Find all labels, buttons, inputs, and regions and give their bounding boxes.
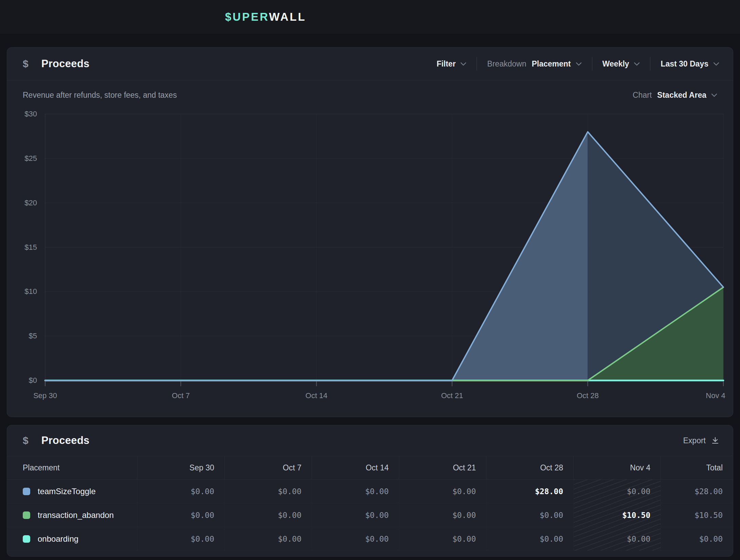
chart-type-label: Chart bbox=[633, 91, 652, 100]
value-cell: $0.00 bbox=[137, 527, 224, 550]
value-cell: $0.00 bbox=[399, 503, 486, 527]
table-card-header: $ Proceeds Export bbox=[7, 425, 733, 456]
table-card-title: Proceeds bbox=[41, 434, 90, 447]
column-header: Nov 4 bbox=[573, 456, 661, 479]
value-cell: $0.00 bbox=[399, 480, 486, 503]
chart-type-dropdown[interactable]: Chart Stacked Area bbox=[633, 91, 717, 100]
value-cell: $0.00 bbox=[224, 527, 312, 550]
table-row[interactable]: teamSizeToggle$0.00$0.00$0.00$0.00$28.00… bbox=[7, 480, 733, 503]
placement-name: onboarding bbox=[38, 534, 78, 544]
placement-name: transaction_abandon bbox=[38, 510, 114, 520]
table-header-row: PlacementSep 30Oct 7Oct 14Oct 21Oct 28No… bbox=[7, 456, 733, 480]
value-cell: $0.00 bbox=[312, 503, 399, 527]
x-axis-label: Oct 14 bbox=[306, 391, 328, 400]
chart-subheader: Revenue after refunds, store fees, and t… bbox=[7, 91, 733, 100]
placement-cell: teamSizeToggle bbox=[7, 480, 137, 503]
y-axis-label: $0 bbox=[7, 377, 37, 384]
download-icon bbox=[711, 436, 719, 445]
dollar-icon: $ bbox=[23, 435, 29, 446]
area-teamSizeToggle bbox=[452, 132, 588, 380]
value-cell: $0.00 bbox=[486, 527, 573, 550]
y-axis-label: $10 bbox=[7, 288, 37, 295]
line-transaction_abandon bbox=[45, 287, 723, 380]
legend-swatch-icon bbox=[23, 511, 30, 519]
value-cell: $0.00 bbox=[312, 527, 399, 550]
stacked-area-chart: $0$5$10$15$20$25$30 Sep 30Oct 7Oct 14Oct… bbox=[7, 48, 733, 417]
value-cell: $0.00 bbox=[137, 503, 224, 527]
superwall-logo: $UPERWALL bbox=[225, 11, 306, 23]
value-cell: $10.50 bbox=[661, 503, 733, 527]
legend-swatch-icon bbox=[23, 535, 30, 543]
value-cell: $0.00 bbox=[573, 527, 661, 550]
chevron-down-icon bbox=[576, 62, 582, 66]
y-axis-label: $30 bbox=[7, 110, 37, 118]
export-label: Export bbox=[683, 436, 706, 445]
chart-controls: Filter Breakdown Placement Weekly Last 3… bbox=[426, 57, 719, 71]
x-axis-label: Sep 30 bbox=[33, 391, 57, 400]
table-body: teamSizeToggle$0.00$0.00$0.00$0.00$28.00… bbox=[7, 480, 733, 551]
chart-subtitle: Revenue after refunds, store fees, and t… bbox=[23, 91, 177, 100]
y-axis-label: $25 bbox=[7, 155, 37, 162]
chevron-down-icon bbox=[634, 62, 640, 66]
x-axis-label: Nov 4 bbox=[706, 391, 725, 400]
interval-dropdown[interactable]: Weekly bbox=[592, 59, 650, 69]
column-header: Total bbox=[661, 456, 733, 479]
chart-card-title: Proceeds bbox=[41, 58, 90, 70]
column-header: Oct 14 bbox=[312, 456, 399, 479]
value-cell: $0.00 bbox=[137, 480, 224, 503]
legend-swatch-icon bbox=[23, 488, 30, 495]
value-cell: $0.00 bbox=[486, 503, 573, 527]
value-cell: $10.50 bbox=[573, 503, 661, 527]
range-value: Last 30 Days bbox=[661, 59, 708, 69]
area-transaction_abandon bbox=[588, 287, 723, 380]
table-row[interactable]: transaction_abandon$0.00$0.00$0.00$0.00$… bbox=[7, 503, 733, 527]
chart-canvas bbox=[7, 48, 733, 417]
top-bar: $UPERWALL bbox=[0, 0, 740, 34]
value-cell: $28.00 bbox=[486, 480, 573, 503]
column-header: Oct 28 bbox=[486, 456, 573, 479]
y-axis-label: $20 bbox=[7, 199, 37, 207]
column-header: Sep 30 bbox=[137, 456, 224, 479]
y-axis-label: $15 bbox=[7, 244, 37, 251]
value-cell: $0.00 bbox=[573, 480, 661, 503]
x-axis-label: Oct 28 bbox=[577, 391, 599, 400]
chart-type-value: Stacked Area bbox=[657, 91, 706, 100]
breakdown-value: Placement bbox=[532, 59, 571, 69]
value-cell: $0.00 bbox=[224, 480, 312, 503]
column-header: Oct 21 bbox=[399, 456, 486, 479]
breakdown-dropdown[interactable]: Breakdown Placement bbox=[477, 59, 592, 69]
date-range-dropdown[interactable]: Last 30 Days bbox=[650, 59, 719, 69]
chevron-down-icon bbox=[460, 62, 466, 66]
placement-cell: transaction_abandon bbox=[7, 503, 137, 527]
placement-cell: onboarding bbox=[7, 527, 137, 550]
chevron-down-icon bbox=[711, 93, 717, 97]
breakdown-label: Breakdown bbox=[487, 59, 526, 69]
column-header: Oct 7 bbox=[224, 456, 312, 479]
proceeds-table-card: $ Proceeds Export PlacementSep 30Oct 7Oc… bbox=[7, 425, 733, 557]
filter-dropdown[interactable]: Filter bbox=[426, 59, 477, 69]
chart-card-header: $ Proceeds Filter Breakdown Placement We… bbox=[7, 48, 733, 80]
area-teamSizeToggle bbox=[588, 132, 723, 380]
value-cell: $0.00 bbox=[661, 527, 733, 550]
filter-label: Filter bbox=[437, 59, 456, 69]
line-teamSizeToggle bbox=[45, 132, 723, 380]
placement-name: teamSizeToggle bbox=[38, 487, 96, 496]
value-cell: $0.00 bbox=[399, 527, 486, 550]
table-row[interactable]: onboarding$0.00$0.00$0.00$0.00$0.00$0.00… bbox=[7, 527, 733, 551]
value-cell: $28.00 bbox=[661, 480, 733, 503]
proceeds-chart-card: $ Proceeds Filter Breakdown Placement We… bbox=[7, 47, 733, 417]
x-axis-label: Oct 21 bbox=[441, 391, 463, 400]
column-header: Placement bbox=[7, 456, 137, 479]
value-cell: $0.00 bbox=[224, 503, 312, 527]
logo-suffix: WALL bbox=[269, 11, 306, 23]
logo-prefix: $UPER bbox=[225, 11, 269, 23]
x-axis-label: Oct 7 bbox=[172, 391, 190, 400]
dollar-icon: $ bbox=[23, 58, 29, 70]
y-axis-label: $5 bbox=[7, 332, 37, 340]
value-cell: $0.00 bbox=[312, 480, 399, 503]
export-button[interactable]: Export bbox=[683, 436, 719, 445]
chevron-down-icon bbox=[713, 62, 719, 66]
interval-value: Weekly bbox=[603, 59, 629, 69]
